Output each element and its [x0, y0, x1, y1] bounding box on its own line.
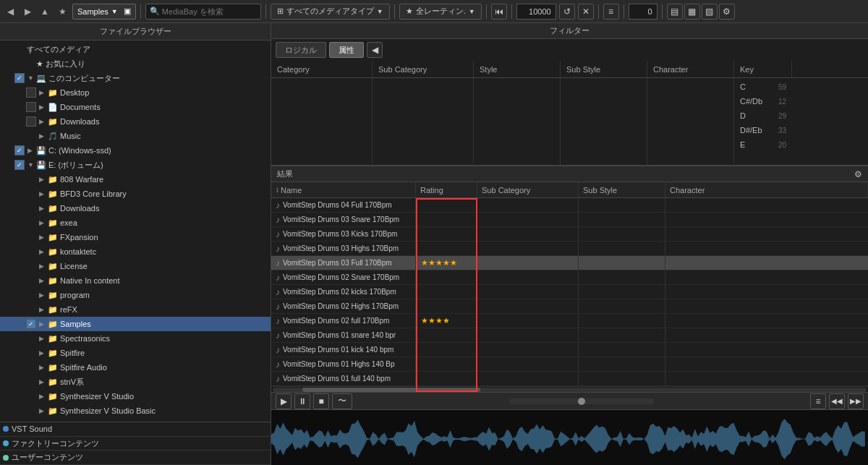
tree-item-kontaktetc[interactable]: ▶📁kontaktetc [0, 244, 271, 259]
pause-button[interactable]: ⏸ [294, 393, 310, 409]
bookmark-button[interactable]: ★ [55, 4, 69, 20]
list-view-waveform[interactable]: ≡ [810, 393, 826, 409]
sub-style-header[interactable]: Sub Style [561, 61, 647, 77]
tree-item-this_pc[interactable]: ✓▼💻このコンピューター [0, 71, 271, 85]
checkbox-this_pc[interactable]: ✓ [14, 73, 25, 83]
forward-button[interactable]: ▶ [20, 4, 35, 20]
scroll-thumb[interactable] [302, 388, 480, 392]
list-view-button[interactable]: ▤ [667, 4, 683, 20]
wave-button[interactable]: 〜 [332, 393, 352, 409]
refresh-button[interactable]: ↺ [559, 4, 575, 20]
back-button[interactable]: ◀ [3, 4, 17, 20]
tree-item-808warfare[interactable]: ▶📁808 Warfare [0, 172, 271, 187]
stop-button[interactable]: ■ [313, 393, 329, 409]
name-col-header[interactable]: ↕ Name [271, 182, 416, 197]
substyle-col-header[interactable]: Sub Style [579, 182, 665, 197]
tree-item-license[interactable]: ▶📁License [0, 259, 271, 273]
tiles-view-button[interactable]: ▧ [702, 4, 718, 20]
filter-back-btn[interactable]: ◀ [367, 42, 383, 58]
tree-item-fxpansion[interactable]: ▶📁FXpansion [0, 230, 271, 244]
search-input[interactable] [145, 4, 261, 20]
tree-item-spitfire[interactable]: ▶📁Spitfire [0, 346, 271, 360]
tree-item-c_drive[interactable]: ✓▶💾C: (Windows-ssd) [0, 143, 271, 158]
tree-item-all_media[interactable]: すべてのメディア [0, 42, 271, 56]
bottom-tab-factory[interactable]: ファクトリーコンテンツ [0, 437, 271, 451]
result-row-2[interactable]: ♪ VomitStep Drums 03 Kicks 170Bpm [271, 227, 868, 242]
sub-category-header[interactable]: Sub Category [373, 61, 474, 77]
tree-item-desktop[interactable]: ▶📁Desktop [0, 85, 271, 100]
key-header[interactable]: Key [734, 61, 792, 77]
next-waveform[interactable]: ▶▶ [848, 393, 864, 409]
subcategory-col-header[interactable]: Sub Category [477, 182, 579, 197]
prev-waveform[interactable]: ◀◀ [829, 393, 845, 409]
checkbox-e_drive[interactable]: ✓ [14, 160, 25, 170]
tree-item-spitfire_audio[interactable]: ▶📁Spitfire Audio [0, 360, 271, 375]
tree-item-e_drive[interactable]: ✓▼💾E: (ボリューム) [0, 158, 271, 172]
result-row-10[interactable]: ♪ VomitStep Drums 01 kick 140 bpm [271, 343, 868, 357]
results-settings-icon[interactable]: ⚙ [854, 169, 862, 179]
checkbox-samples[interactable]: ✓ [26, 319, 36, 329]
play-button[interactable]: ▶ [276, 393, 292, 409]
tree-item-samples[interactable]: ✓▶📁Samples [0, 317, 271, 331]
grid-view-button[interactable]: ▦ [684, 4, 700, 20]
tree-item-program[interactable]: ▶📁program [0, 288, 271, 302]
count-input[interactable] [516, 4, 556, 20]
attribute-tab[interactable]: 属性 [329, 42, 364, 58]
tree-item-downloads2[interactable]: ▶📁Downloads [0, 201, 271, 216]
checkbox-desktop[interactable] [26, 88, 36, 98]
character-header[interactable]: Character [647, 61, 734, 77]
bottom-tab-user[interactable]: ユーザーコンテンツ [0, 451, 271, 465]
tree-item-favorites[interactable]: ★お気に入り [0, 56, 271, 71]
result-row-9[interactable]: ♪ VomitStep Drums 01 snare 140 bpr [271, 328, 868, 343]
result-row-6[interactable]: ♪ VomitStep Drums 02 kicks 170Bpm [271, 285, 868, 299]
logical-tab[interactable]: ロジカル [276, 42, 326, 58]
result-row-7[interactable]: ♪ VomitStep Drums 02 Highs 170Bpm [271, 299, 868, 314]
result-row-8[interactable]: ♪ VomitStep Drums 02 full 170Bpm ★★★★ [271, 314, 868, 328]
horizontal-scrollbar[interactable] [271, 386, 868, 392]
result-row-12[interactable]: ♪ VomitStep Drums 01 full 140 bpm [271, 372, 868, 386]
tree-item-spectrasonics[interactable]: ▶📁Spectrasonics [0, 331, 271, 346]
tree-item-downloads[interactable]: ▶📁Downloads [0, 114, 271, 129]
result-row-3[interactable]: ♪ VomitStep Drums 03 Highs 170Bpm [271, 242, 868, 256]
value-input[interactable] [629, 4, 658, 20]
progress-thumb[interactable] [578, 398, 585, 405]
category-header[interactable]: Category [271, 61, 373, 77]
tree-item-bfd3[interactable]: ▶📁BFD3 Core Library [0, 187, 271, 201]
key-item-D#Eb[interactable]: D#/Eb33 [734, 123, 792, 137]
clear-button[interactable]: ✕ [578, 4, 594, 20]
tree-item-documents[interactable]: ▶📄Documents [0, 100, 271, 114]
results-list[interactable]: ♪ VomitStep Drums 04 Full 170Bpm ♪ Vomit… [271, 198, 868, 386]
checkbox-downloads[interactable] [26, 116, 36, 127]
rating-col-header[interactable]: Rating [416, 182, 477, 197]
result-row-1[interactable]: ♪ VomitStep Drums 03 Snare 170Bpm [271, 213, 868, 227]
tree-item-music[interactable]: ▶🎵Music [0, 129, 271, 143]
media-type-dropdown[interactable]: ⊞ すべてのメディアタイプ ▼ [271, 4, 390, 20]
character-col-header[interactable]: Character [665, 182, 868, 197]
up-button[interactable]: ▲ [38, 4, 52, 20]
samples-dropdown[interactable]: Samples ▼ ▣ [72, 4, 136, 20]
result-row-0[interactable]: ♪ VomitStep Drums 04 Full 170Bpm [271, 198, 868, 213]
tree-item-exea[interactable]: ▶📁exea [0, 216, 271, 230]
rewind-button[interactable]: ⏮ [491, 4, 507, 20]
rating-dropdown[interactable]: ★ 全レーティン. ▼ [399, 4, 482, 20]
checkbox-c_drive[interactable]: ✓ [14, 145, 25, 155]
style-header[interactable]: Style [474, 61, 561, 77]
scroll-track[interactable] [273, 388, 867, 392]
result-row-5[interactable]: ♪ VomitStep Drums 02 Snare 170Bpm [271, 270, 868, 285]
tree-item-refx[interactable]: ▶📁reFX [0, 302, 271, 317]
tree-item-synth_v_basic[interactable]: ▶📁Synthesizer V Studio Basic [0, 404, 271, 418]
key-item-D[interactable]: D29 [734, 108, 792, 123]
tree-item-synth_v_studio[interactable]: ▶📁Synthesizer V Studio [0, 389, 271, 404]
result-row-11[interactable]: ♪ VomitStep Drums 01 Highs 140 Bp [271, 357, 868, 372]
result-row-4[interactable]: ♪ VomitStep Drums 03 Full 170Bpm ★★★★★ [271, 256, 868, 270]
waveform-progress[interactable] [509, 398, 654, 404]
key-item-E[interactable]: E20 [734, 137, 792, 152]
key-item-C#Db[interactable]: C#/Db12 [734, 94, 792, 108]
key-col[interactable]: C59C#/Db12D29D#/Eb33E20 [734, 78, 792, 165]
key-item-C[interactable]: C59 [734, 80, 792, 94]
bottom-tab-vst_sound[interactable]: VST Sound [0, 422, 271, 437]
equalizer-button[interactable]: ≡ [603, 4, 619, 20]
checkbox-documents[interactable] [26, 102, 36, 112]
tree-item-stnv[interactable]: ▶📁stnV系 [0, 375, 271, 389]
tree-item-native[interactable]: ▶📁Native In content [0, 273, 271, 288]
